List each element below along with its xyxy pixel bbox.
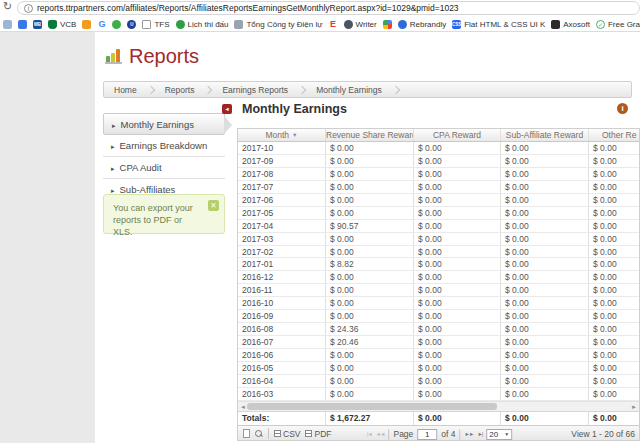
value-cell: $ 0.00 (326, 233, 414, 245)
pager-bar: CSV PDF |◄ ◄◄ Page of 4 ►► ►| (238, 425, 640, 441)
page-background: Reports HomeReportsEarnings ReportsMonth… (0, 31, 640, 443)
bookmark-item[interactable]: G (97, 20, 106, 29)
table-row[interactable]: 2016-09$ 0.00$ 0.00$ 0.00$ 0.00 (238, 310, 640, 323)
table-row[interactable]: 2017-09$ 0.00$ 0.00$ 0.00$ 0.00 (238, 155, 640, 168)
table-row[interactable]: 2016-10$ 0.00$ 0.00$ 0.00$ 0.00 (238, 297, 640, 310)
bookmark-item[interactable] (112, 20, 121, 29)
table-row[interactable]: 2017-05$ 0.00$ 0.00$ 0.00$ 0.00 (238, 207, 640, 220)
table-row[interactable]: 2016-03$ 0.00$ 0.00$ 0.00$ 0.00 (238, 388, 640, 401)
table-row[interactable]: 2016-06$ 0.00$ 0.00$ 0.00$ 0.00 (238, 349, 640, 362)
bookmark-item[interactable]: CSSFlat HTML & CSS UI K (452, 20, 545, 29)
column-header-2[interactable]: CPA Reward (414, 129, 501, 141)
column-header-1[interactable]: Revenue Share Reward (326, 129, 414, 141)
table-row[interactable]: 2017-07$ 0.00$ 0.00$ 0.00$ 0.00 (238, 181, 640, 194)
table-row[interactable]: 2016-12$ 0.00$ 0.00$ 0.00$ 0.00 (238, 271, 640, 284)
bookmark-item[interactable] (18, 20, 27, 29)
prev-page-icon[interactable]: ◄◄ (376, 431, 385, 437)
bookmark-item[interactable]: Writer (344, 20, 377, 29)
column-header-0[interactable]: Month▼ (238, 129, 326, 141)
bookmark-item[interactable]: MB (33, 20, 42, 29)
new-record-icon[interactable] (243, 429, 250, 438)
csv-label: CSV (283, 429, 300, 439)
search-icon[interactable] (255, 430, 263, 438)
bookmark-item[interactable]: U (127, 20, 136, 29)
bookmark-item[interactable]: ✓Free Grammar Check (596, 20, 640, 29)
bookmark-item[interactable]: Tổng Công ty Điện lự (234, 20, 322, 29)
value-cell: $ 0.00 (589, 362, 640, 374)
page-number-input[interactable] (417, 429, 437, 440)
url-bar[interactable]: i reports.ttrpartners.com/affiliates/Rep… (17, 1, 640, 15)
bookmark-item[interactable]: TFS (142, 20, 169, 29)
bookmark-item[interactable]: VCB (48, 20, 76, 29)
table-row[interactable]: 2017-02$ 0.00$ 0.00$ 0.00$ 0.00 (238, 246, 640, 259)
content-title: Monthly Earnings (242, 102, 347, 116)
value-cell: $ 8.82 (326, 258, 414, 270)
chevron-right-icon (204, 85, 212, 93)
sidebar-item-monthly-earnings[interactable]: ▸Monthly Earnings (103, 113, 225, 135)
column-header-4[interactable]: Other Re (589, 129, 640, 141)
totals-value: $ 0.00 (501, 412, 589, 425)
bookmark-item[interactable] (383, 20, 392, 29)
export-notice-text: You can export your reports to PDF or XL… (113, 203, 193, 237)
horizontal-scrollbar[interactable]: ◄ ► (238, 401, 639, 411)
table-row[interactable]: 2017-01$ 8.82$ 0.00$ 0.00$ 0.00 (238, 258, 640, 271)
bookmark-item[interactable]: E (329, 20, 338, 29)
column-header-3[interactable]: Sub-Affiliate Reward (501, 129, 589, 141)
bookmark-label: Writer (356, 20, 377, 29)
export-csv-button[interactable]: CSV (274, 429, 300, 439)
export-pdf-button[interactable]: PDF (305, 429, 331, 439)
sidebar-item-cpa-audit[interactable]: ▸CPA Audit (103, 157, 225, 179)
first-page-icon[interactable]: |◄ (367, 431, 372, 437)
table-row[interactable]: 2016-11$ 0.00$ 0.00$ 0.00$ 0.00 (238, 284, 640, 297)
scroll-left-icon[interactable]: ◄ (240, 402, 246, 412)
bookmark-item[interactable] (3, 20, 12, 29)
breadcrumb-item-reports[interactable]: Reports (165, 85, 195, 95)
month-cell: 2016-12 (238, 271, 326, 283)
bookmark-item[interactable]: Lịch thi đấu (176, 20, 229, 29)
month-cell: 2016-09 (238, 310, 326, 322)
month-cell: 2016-11 (238, 284, 326, 296)
table-row[interactable]: 2017-06$ 0.00$ 0.00$ 0.00$ 0.00 (238, 194, 640, 207)
close-icon[interactable]: ✕ (208, 200, 219, 211)
bookmark-item[interactable]: Rebrandly (398, 20, 446, 29)
value-cell: $ 0.00 (501, 271, 589, 283)
page-size-select[interactable]: 20 ▼ (486, 429, 512, 440)
green-app-icon (112, 20, 121, 29)
bookmark-item[interactable]: Axosoft (551, 20, 590, 29)
scrollbar-thumb[interactable] (247, 403, 497, 410)
table-row[interactable]: 2017-03$ 0.00$ 0.00$ 0.00$ 0.00 (238, 233, 640, 246)
collapse-sidebar-button[interactable]: ◄ (222, 104, 232, 114)
value-cell: $ 0.00 (501, 155, 589, 167)
page-info-icon[interactable]: i (24, 4, 33, 13)
scroll-right-icon[interactable]: ► (631, 402, 637, 412)
table-row[interactable]: 2016-08$ 24.36$ 0.00$ 0.00$ 0.00 (238, 323, 640, 336)
table-row[interactable]: 2017-08$ 0.00$ 0.00$ 0.00$ 0.00 (238, 168, 640, 181)
breadcrumb-item-monthly-earnings[interactable]: Monthly Earnings (316, 85, 382, 95)
sidebar-item-earnings-breakdown[interactable]: ▸Earnings Breakdown (103, 135, 225, 157)
value-cell: $ 0.00 (501, 142, 589, 154)
breadcrumb-item-home[interactable]: Home (114, 85, 137, 95)
last-page-icon[interactable]: ►| (477, 431, 482, 437)
next-page-icon[interactable]: ►► (465, 431, 474, 437)
value-cell: $ 0.00 (589, 297, 640, 309)
totals-value: $ 0.00 (589, 412, 640, 425)
table-row[interactable]: 2017-10$ 0.00$ 0.00$ 0.00$ 0.00 (238, 142, 640, 155)
favicon-icon (3, 20, 12, 29)
breadcrumb-item-earnings-reports[interactable]: Earnings Reports (222, 85, 288, 95)
bookmark-item[interactable] (82, 20, 91, 29)
chevron-right-icon (146, 85, 154, 93)
triangle-bullet-icon: ▸ (111, 165, 115, 172)
value-cell: $ 0.00 (326, 181, 414, 193)
table-row[interactable]: 2017-04$ 90.57$ 0.00$ 0.00$ 0.00 (238, 220, 640, 233)
blue-app-icon (18, 20, 27, 29)
value-cell: $ 0.00 (501, 375, 589, 387)
table-row[interactable]: 2016-07$ 20.46$ 0.00$ 0.00$ 0.00 (238, 336, 640, 349)
grammar-check-icon: ✓ (596, 20, 605, 29)
value-cell: $ 0.00 (414, 362, 501, 374)
value-cell: $ 0.00 (501, 233, 589, 245)
value-cell: $ 0.00 (589, 233, 640, 245)
table-row[interactable]: 2016-05$ 0.00$ 0.00$ 0.00$ 0.00 (238, 362, 640, 375)
reload-icon[interactable]: ↻ (3, 0, 12, 13)
table-row[interactable]: 2016-04$ 0.00$ 0.00$ 0.00$ 0.00 (238, 375, 640, 388)
info-icon[interactable]: i (617, 103, 628, 114)
